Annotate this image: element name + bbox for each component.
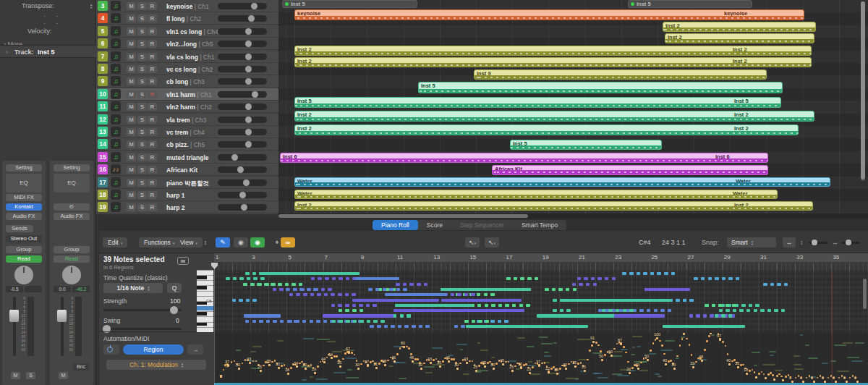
midi-note[interactable] — [774, 309, 778, 312]
midi-note[interactable] — [359, 304, 363, 307]
midi-note[interactable] — [293, 288, 297, 291]
midi-note-long[interactable] — [352, 299, 439, 302]
midi-note[interactable] — [243, 283, 247, 286]
solo-button[interactable]: S — [137, 191, 147, 199]
midi-note[interactable] — [419, 325, 423, 328]
midi-note[interactable] — [345, 309, 349, 312]
mute-button[interactable]: M — [127, 179, 136, 187]
midi-note[interactable] — [770, 283, 775, 286]
mute-button[interactable]: M — [127, 77, 136, 85]
midi-note[interactable] — [307, 288, 311, 291]
midi-note[interactable] — [660, 309, 665, 312]
midi-note[interactable] — [380, 320, 385, 323]
note-grid[interactable] — [214, 270, 868, 333]
midi-note[interactable] — [739, 309, 744, 312]
automation-point[interactable] — [439, 365, 441, 368]
midi-note[interactable] — [520, 277, 524, 280]
volume-fader[interactable] — [9, 310, 19, 322]
midi-note[interactable] — [299, 283, 303, 286]
midi-note[interactable] — [767, 309, 772, 312]
midi-note[interactable] — [247, 277, 251, 280]
midi-note[interactable] — [454, 325, 459, 328]
automation-share-button[interactable]: → — [187, 344, 203, 355]
solo-button[interactable]: S — [137, 203, 147, 211]
midi-note[interactable] — [252, 272, 257, 275]
arrange-area[interactable]: Inst 5Inst 5keynoisekeynoiseInst 2Inst 2… — [278, 0, 868, 214]
solo-button[interactable]: S — [137, 28, 147, 35]
strip-mute-button[interactable]: M — [59, 372, 68, 379]
automation-point[interactable] — [755, 376, 757, 378]
midi-note[interactable] — [703, 314, 707, 317]
midi-note[interactable] — [643, 272, 647, 275]
midi-region[interactable]: Inst 5 — [628, 0, 752, 8]
midi-note[interactable] — [289, 320, 293, 323]
midi-note[interactable] — [280, 320, 284, 323]
midi-note[interactable] — [498, 304, 503, 307]
collapse-mode-icon[interactable]: ↕ — [198, 237, 213, 248]
midi-note[interactable] — [273, 320, 277, 323]
midi-note[interactable] — [226, 277, 230, 280]
midi-note[interactable] — [346, 320, 350, 323]
volume-slider[interactable] — [218, 3, 267, 9]
midi-note[interactable] — [577, 277, 582, 280]
automation-point[interactable] — [238, 368, 240, 370]
volume-slider[interactable] — [218, 28, 267, 35]
automation-parameter-dropdown[interactable]: Ch. 1: Modulation▴▾ — [106, 360, 206, 370]
midi-note[interactable] — [726, 309, 730, 312]
midi-region[interactable]: Inst 5 — [282, 0, 417, 8]
midi-note[interactable] — [424, 283, 428, 286]
midi-note[interactable] — [260, 277, 265, 280]
midi-note[interactable] — [352, 309, 357, 312]
midi-note-long[interactable] — [560, 299, 671, 302]
midi-region[interactable]: Inst 2 — [663, 22, 816, 32]
volume-knob[interactable] — [231, 154, 238, 161]
track-row[interactable]: 9♫MSRcb long | Ch3 — [96, 75, 278, 88]
automation-point[interactable] — [339, 365, 341, 368]
transpose-stepper[interactable]: ▴▾ — [90, 4, 92, 9]
eq-slot[interactable]: EQ — [6, 174, 42, 192]
plugin-slot[interactable]: Audio FX — [6, 213, 42, 220]
midi-region[interactable]: Inst 2Inst 2 — [294, 124, 799, 135]
strength-slider[interactable] — [103, 309, 182, 311]
midi-note[interactable] — [273, 288, 277, 291]
arrange-horizontal-scrollbar[interactable] — [278, 213, 868, 219]
midi-note[interactable] — [311, 277, 315, 280]
volume-slider[interactable] — [218, 41, 267, 47]
midi-note[interactable] — [353, 320, 357, 323]
track-row[interactable]: 11♫MSRvln2 harm | Ch2 — [96, 101, 278, 113]
solo-button[interactable]: S — [137, 77, 147, 85]
vertical-zoom-slider[interactable] — [809, 242, 827, 244]
midi-note[interactable] — [396, 288, 401, 291]
midi-note[interactable] — [712, 304, 716, 307]
black-key[interactable] — [197, 286, 207, 289]
midi-note[interactable] — [257, 283, 261, 286]
midi-note[interactable] — [763, 283, 767, 286]
midi-note-long[interactable] — [323, 314, 393, 317]
track-header-row[interactable]: › Track: Inst 5 — [0, 45, 96, 58]
midi-note[interactable] — [233, 277, 237, 280]
automation-point[interactable] — [647, 359, 649, 361]
automation-point[interactable] — [323, 361, 326, 363]
midi-note[interactable] — [345, 293, 349, 296]
automation-point[interactable] — [746, 373, 748, 375]
midi-note[interactable] — [514, 277, 518, 280]
midi-note[interactable] — [464, 293, 469, 296]
midi-note[interactable] — [612, 277, 616, 280]
automation-point[interactable] — [529, 372, 531, 374]
midi-note[interactable] — [527, 277, 532, 280]
midi-note[interactable] — [552, 288, 556, 291]
midi-note-long[interactable] — [395, 304, 472, 307]
midi-note[interactable] — [477, 293, 481, 296]
automation-point[interactable] — [448, 360, 450, 363]
track-row[interactable]: 15♫MSRmuted triangle — [96, 151, 278, 164]
midi-note[interactable] — [232, 299, 237, 302]
midi-note[interactable] — [286, 288, 290, 291]
midi-region[interactable]: Inst 6Inst 6 — [280, 153, 768, 163]
zoom-fit-button[interactable]: ↔ — [783, 237, 796, 248]
solo-button[interactable]: S — [137, 14, 147, 22]
black-key[interactable] — [197, 302, 207, 305]
track-row[interactable]: 13♫MSRvc trem | Ch4 — [96, 126, 278, 138]
mute-button[interactable]: M — [127, 40, 136, 48]
automation-point[interactable] — [296, 365, 298, 368]
track-row[interactable]: 18♫MSRharp 1 — [96, 189, 278, 201]
